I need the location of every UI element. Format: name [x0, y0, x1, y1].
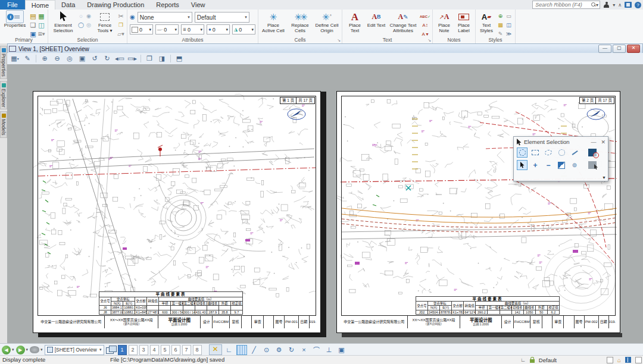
- style-brush-icon[interactable]: ✎: [498, 32, 503, 37]
- spell-check-icon[interactable]: ABC✓: [420, 14, 430, 18]
- view-attributes-icon[interactable]: ◨: [157, 54, 167, 64]
- rotate-view-icon[interactable]: ↺: [89, 54, 100, 64]
- view-toggle-2[interactable]: 2: [129, 345, 138, 355]
- attach-tools-icon[interactable]: ❏: [30, 22, 36, 29]
- accusnap-toggle-icon[interactable]: [236, 345, 247, 355]
- view-toggle-1[interactable]: 1: [118, 345, 127, 355]
- place-text-button[interactable]: A Place Text: [345, 11, 365, 33]
- snap-tangent-icon[interactable]: ↻: [286, 345, 297, 355]
- active-line-style-dropdown[interactable]: —·0▾: [155, 24, 179, 34]
- display-styles-icon[interactable]: ▩: [498, 23, 503, 28]
- ribbon-search[interactable]: ▾: [532, 1, 600, 9]
- mode-none-button[interactable]: [588, 161, 597, 169]
- mode-invert-button[interactable]: [556, 160, 567, 170]
- snap-origin-icon[interactable]: ▣: [336, 345, 347, 355]
- select-by-circle-icon[interactable]: ◌: [79, 14, 82, 19]
- view-display-mode-icon[interactable]: ▦▾: [10, 54, 20, 64]
- active-material-dropdown[interactable]: ●0▾: [207, 24, 230, 34]
- view-close-button[interactable]: ✕: [627, 45, 640, 53]
- properties-button[interactable]: i Properties: [2, 11, 27, 29]
- dialog-title-bar[interactable]: Element Selection — ✕: [514, 137, 608, 147]
- mode-add-button[interactable]: +: [530, 160, 541, 170]
- tab-view[interactable]: View: [185, 0, 211, 10]
- snap-mode-icon[interactable]: ∟: [520, 357, 526, 363]
- select-by-lasso-icon[interactable]: ◎: [86, 23, 91, 28]
- connect-center-icon[interactable]: [625, 2, 632, 8]
- annotation-scale-icon[interactable]: ◫: [506, 23, 511, 28]
- mode-subtract-button[interactable]: −: [543, 160, 554, 170]
- help-icon[interactable]: ?: [635, 2, 641, 8]
- select-by-shape-icon[interactable]: ◉: [86, 14, 91, 19]
- mode-select-all-button[interactable]: ⊚: [569, 160, 580, 170]
- tab-drawing-production[interactable]: Drawing Production: [81, 0, 150, 10]
- fence-tools-button[interactable]: Fence Tools ▾: [94, 11, 116, 33]
- view-toggle-8[interactable]: 8: [193, 345, 202, 355]
- change-text-attributes-button[interactable]: A✎ Change Text Attributes: [388, 11, 419, 33]
- snap-nearest-icon[interactable]: ╱: [249, 345, 260, 355]
- define-cell-origin-button[interactable]: ✳° Define Cell Origin: [314, 11, 339, 33]
- fit-view-icon[interactable]: ▣: [77, 54, 88, 64]
- snap-intersection-icon[interactable]: ×: [299, 345, 310, 355]
- model-links-icon[interactable]: [30, 346, 39, 353]
- status-extra-icon[interactable]: [635, 357, 642, 363]
- place-label-button[interactable]: Place Label: [455, 11, 473, 33]
- method-line-button[interactable]: [569, 148, 580, 158]
- search-dropdown-arrow[interactable]: ▾: [596, 2, 598, 8]
- zoom-out-icon[interactable]: ⊖: [52, 54, 63, 64]
- user-account-icon[interactable]: [603, 2, 610, 8]
- references-icon[interactable]: ◫: [38, 22, 44, 29]
- forward-button[interactable]: ▶: [16, 346, 25, 354]
- paste-fence-icon[interactable]: ▱▾: [117, 32, 124, 37]
- view-maximize-button[interactable]: ▢: [613, 45, 626, 53]
- active-level-indicator[interactable]: Default: [539, 357, 557, 363]
- dimension-styles-icon[interactable]: ⊕: [498, 14, 503, 19]
- ribbon-search-input[interactable]: [534, 1, 591, 8]
- view-toggle-3[interactable]: 3: [139, 345, 148, 355]
- select-by-line-icon[interactable]: ◯: [78, 23, 84, 28]
- back-button[interactable]: ◀: [2, 346, 11, 354]
- zoom-in-icon[interactable]: ⊕: [39, 54, 50, 64]
- snap-perpendicular-icon[interactable]: ⊥: [324, 345, 335, 355]
- back-dropdown-arrow[interactable]: ▾: [12, 347, 14, 352]
- view-adjust-icon[interactable]: ✎: [22, 54, 33, 64]
- place-active-cell-button[interactable]: ✳ Place Active Cell: [261, 11, 286, 33]
- level-manager-icon[interactable]: ⊞▾: [38, 32, 45, 37]
- design-history-icon[interactable]: [625, 357, 631, 363]
- window-area-icon[interactable]: ◎: [64, 54, 75, 64]
- level-display-icon[interactable]: ▣: [30, 31, 36, 37]
- edit-text-button[interactable]: AB Edit Text: [367, 11, 386, 29]
- tab-reports[interactable]: Reports: [150, 0, 185, 10]
- drawing-canvas[interactable]: 第 1 页共 17 页 平曲线要素表 交点号 交点坐标 交点桩号 转角值 曲线要…: [7, 64, 643, 344]
- snap-settings-icon[interactable]: ⚙: [274, 345, 285, 355]
- cut-icon[interactable]: ✂: [118, 13, 123, 20]
- text-styles-button[interactable]: A▰ Text Styles: [478, 11, 495, 33]
- tab-data[interactable]: Data: [55, 0, 81, 10]
- locks-icon[interactable]: [530, 359, 535, 363]
- view-toggle-4[interactable]: 4: [150, 345, 159, 355]
- collapse-ribbon-icon[interactable]: ∧: [618, 2, 622, 8]
- method-shape-button[interactable]: [543, 148, 554, 158]
- view-previous-icon[interactable]: ◂▭: [114, 54, 125, 64]
- active-level-dropdown[interactable]: Default▾: [195, 12, 249, 23]
- view-minimize-button[interactable]: —: [598, 45, 611, 53]
- active-transparency-dropdown[interactable]: ◮0▾: [232, 24, 255, 34]
- element-styles-icon[interactable]: ▭: [506, 14, 511, 19]
- selection-set-icon[interactable]: [607, 357, 613, 363]
- method-individual-button[interactable]: [517, 148, 527, 158]
- style-arrows-icon[interactable]: ≫: [506, 32, 511, 37]
- view-next-icon[interactable]: ▭▸: [127, 54, 138, 64]
- view-groups-icon[interactable]: [106, 346, 116, 354]
- text-glossary-icon[interactable]: A↕: [422, 23, 427, 28]
- tab-file[interactable]: File: [0, 0, 25, 10]
- tab-home[interactable]: Home: [25, 0, 55, 10]
- snap-midpoint-icon[interactable]: ⌒: [311, 345, 322, 355]
- models-icon[interactable]: ▦: [38, 13, 44, 20]
- view-toggle-7[interactable]: 7: [182, 345, 191, 355]
- copy-fence-icon[interactable]: ❐: [118, 23, 123, 28]
- dialog-expand-arrow[interactable]: ▼: [602, 175, 606, 180]
- forward-dropdown-arrow[interactable]: ▾: [26, 347, 29, 352]
- active-line-weight-dropdown[interactable]: ≣0▾: [181, 24, 204, 34]
- snap-center-icon[interactable]: ⊙: [261, 345, 272, 355]
- place-note-button[interactable]: ↗A Place Note: [435, 11, 453, 33]
- text-dialog-launcher[interactable]: ↘: [427, 38, 431, 43]
